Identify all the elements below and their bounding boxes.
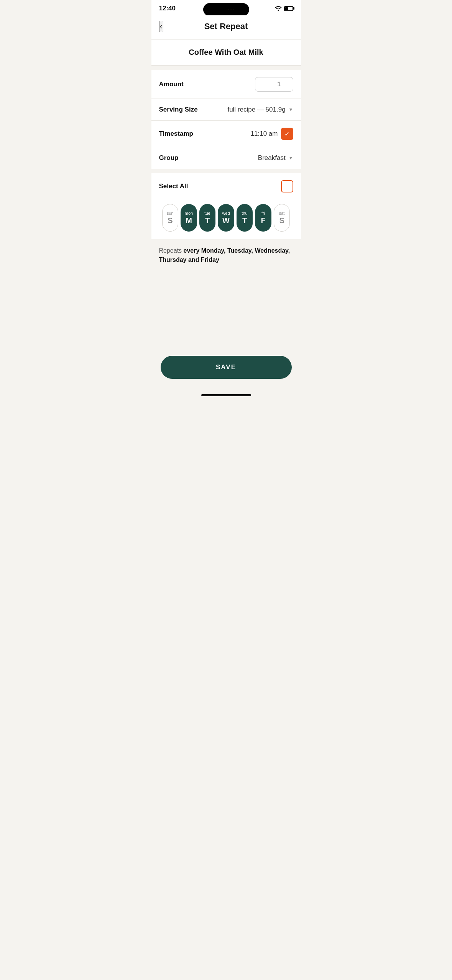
day-thu-letter: T [242,216,247,225]
day-sun-letter: S [168,216,173,225]
amount-input[interactable] [255,77,293,92]
nav-bar: ‹ Set Repeat [151,15,301,39]
group-label: Group [159,154,179,162]
amount-row: Amount [151,70,301,99]
day-tue[interactable]: tue T [199,204,216,232]
amount-label: Amount [159,81,184,88]
day-tue-abbr: tue [204,211,210,215]
timestamp-checkbox[interactable]: ✓ [281,128,293,140]
form-section: Amount Serving Size full recipe — 501.9g… [151,70,301,169]
recipe-title-section: Coffee With Oat Milk [151,39,301,66]
day-fri-letter: F [261,216,265,225]
day-mon[interactable]: mon M [181,204,197,232]
repeat-summary: Repeats every Monday, Tuesday, Wednesday… [151,239,301,271]
recipe-title: Coffee With Oat Milk [189,48,263,56]
day-fri[interactable]: fri F [255,204,271,232]
day-sun[interactable]: sun S [162,204,179,232]
days-section: Select All sun S mon M tue T [151,173,301,239]
status-icons [275,5,293,12]
day-thu[interactable]: thu T [237,204,253,232]
day-wed-abbr: wed [222,211,230,215]
save-button[interactable]: SAVE [161,356,292,379]
day-sat-letter: S [279,216,284,225]
day-wed-letter: W [222,216,230,225]
day-tue-letter: T [205,216,210,225]
serving-size-label: Serving Size [159,106,198,113]
select-all-row: Select All [159,180,293,199]
dynamic-island: ····· [203,3,249,16]
group-dropdown-icon: ▼ [289,155,293,161]
battery-icon [284,6,293,11]
page-title: Set Repeat [204,21,248,31]
group-value[interactable]: Breakfast ▼ [258,154,293,162]
back-button[interactable]: ‹ [159,21,163,32]
home-indicator [151,390,301,398]
timestamp-label: Timestamp [159,130,193,138]
home-bar [201,394,251,396]
day-wed[interactable]: wed W [218,204,234,232]
day-thu-abbr: thu [242,211,247,215]
day-fri-abbr: fri [261,211,265,215]
wifi-icon [275,5,282,12]
island-dots: ····· [227,8,235,12]
status-bar: 12:40 ····· [151,0,301,15]
bottom-section: SAVE [151,348,301,390]
day-sat-abbr: sat [279,211,285,215]
serving-size-row[interactable]: Serving Size full recipe — 501.9g ▼ [151,99,301,121]
day-mon-abbr: mon [185,211,193,215]
days-row: sun S mon M tue T wed W [159,199,293,239]
serving-size-dropdown-icon: ▼ [289,107,293,112]
day-sun-abbr: sun [167,211,174,215]
serving-size-value[interactable]: full recipe — 501.9g ▼ [227,106,293,113]
group-row[interactable]: Group Breakfast ▼ [151,147,301,169]
repeat-summary-prefix: Repeats [159,247,184,254]
select-all-label: Select All [159,183,188,190]
day-sat[interactable]: sat S [274,204,290,232]
select-all-checkbox[interactable] [281,180,293,192]
timestamp-value: 11:10 am ✓ [251,128,293,140]
status-time: 12:40 [159,5,176,12]
timestamp-row: Timestamp 11:10 am ✓ [151,121,301,147]
day-mon-letter: M [186,216,192,225]
